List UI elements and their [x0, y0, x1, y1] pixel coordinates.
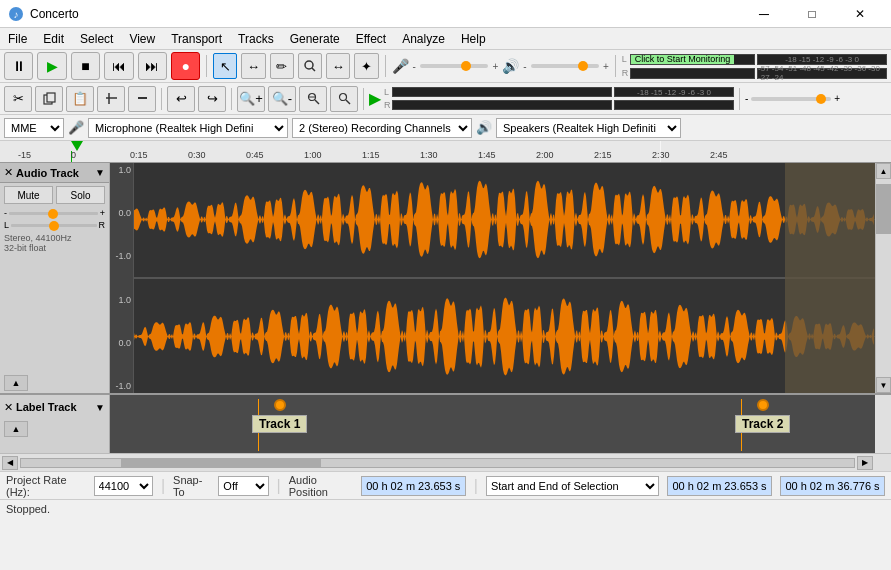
- footer-sep3: |: [474, 477, 478, 495]
- selection-start-input[interactable]: [667, 476, 772, 496]
- pause-button[interactable]: ⏸: [4, 52, 33, 80]
- minimize-button[interactable]: ─: [741, 4, 787, 24]
- zoom-fit-button[interactable]: [330, 86, 358, 112]
- cut-button[interactable]: ✂: [4, 86, 32, 112]
- svg-line-10: [315, 100, 319, 104]
- timeline-ruler[interactable]: -15 0 0:15 0:30 0:45 1:00 1:15 1:30 1:45…: [0, 141, 891, 163]
- label-track-close[interactable]: ✕: [4, 401, 13, 414]
- titlebar: ♪ Concerto ─ □ ✕: [0, 0, 891, 28]
- horizontal-scrollbar: ◀ ▶: [0, 453, 891, 471]
- close-button[interactable]: ✕: [837, 4, 883, 24]
- menu-effect[interactable]: Effect: [348, 30, 394, 48]
- separator2: [385, 55, 386, 77]
- separator3: [615, 55, 616, 77]
- maximize-button[interactable]: □: [789, 4, 835, 24]
- draw-tool-button[interactable]: ✏: [270, 53, 294, 79]
- trim-button[interactable]: [97, 86, 125, 112]
- solo-button[interactable]: Solo: [56, 186, 105, 204]
- mute-solo-controls: Mute Solo: [0, 183, 109, 207]
- selection-end-input[interactable]: [780, 476, 885, 496]
- menu-edit[interactable]: Edit: [35, 30, 72, 48]
- label-waveform-area[interactable]: Track 1 Track 2: [110, 395, 875, 453]
- undo-button[interactable]: ↩: [167, 86, 195, 112]
- label-text-1: Track 1: [252, 415, 307, 433]
- zoom-sel-button[interactable]: [299, 86, 327, 112]
- snap-to-label: Snap-To: [173, 474, 210, 498]
- ruler-mark-115: 1:15: [362, 150, 380, 160]
- menu-transport[interactable]: Transport: [163, 30, 230, 48]
- audio-track-arrow[interactable]: ▼: [95, 167, 105, 178]
- audio-track-close[interactable]: ✕: [4, 166, 13, 179]
- stop-button[interactable]: ■: [71, 52, 100, 80]
- envelope-tool-button[interactable]: ↔: [241, 53, 265, 79]
- prev-button[interactable]: ⏮: [104, 52, 133, 80]
- vscroll-track[interactable]: [876, 179, 891, 377]
- ruler-mark-200: 2:00: [536, 150, 554, 160]
- vscroll-thumb[interactable]: [876, 184, 891, 234]
- pan-control: L R: [0, 219, 109, 231]
- menu-view[interactable]: View: [121, 30, 163, 48]
- label-track-panel: ✕ Label Track ▼ ▲: [0, 395, 110, 453]
- menu-help[interactable]: Help: [453, 30, 494, 48]
- click-to-monitor-button[interactable]: Click to Start Monitoring: [631, 54, 735, 65]
- waveform-canvas[interactable]: [134, 163, 875, 393]
- collapse-button[interactable]: ▲: [4, 375, 28, 391]
- select-tool-button[interactable]: ↖: [213, 53, 237, 79]
- status-bar: Stopped.: [0, 499, 891, 517]
- mic-icon2: 🎤: [68, 120, 84, 135]
- zoom-out-button[interactable]: 🔍-: [268, 86, 296, 112]
- project-rate-select[interactable]: 44100: [94, 476, 153, 496]
- multi-tool-button[interactable]: ✦: [354, 53, 378, 79]
- pan-slider[interactable]: [11, 224, 96, 227]
- ruler-mark-015: 0:15: [130, 150, 148, 160]
- menu-tracks[interactable]: Tracks: [230, 30, 282, 48]
- zoom-tool-button[interactable]: [298, 53, 322, 79]
- time-shift-tool-button[interactable]: ↔: [326, 53, 350, 79]
- speaker-select[interactable]: Speakers (Realtek High Definiti: [496, 118, 681, 138]
- hscroll-left-button[interactable]: ◀: [2, 456, 18, 470]
- menu-select[interactable]: Select: [72, 30, 121, 48]
- toolbar-row1: ⏸ ▶ ■ ⏮ ⏭ ● ↖ ↔ ✏ ↔ ✦ 🎤 - + 🔊 - + L Clic…: [0, 50, 891, 83]
- volume-slider[interactable]: [9, 212, 98, 215]
- scroll-down-button[interactable]: ▼: [876, 377, 891, 393]
- microphone-select[interactable]: Microphone (Realtek High Defini: [88, 118, 288, 138]
- menu-file[interactable]: File: [0, 30, 35, 48]
- play-button[interactable]: ▶: [37, 52, 66, 80]
- app-icon: ♪: [8, 6, 24, 22]
- copy-button[interactable]: [35, 86, 63, 112]
- label-tag-1[interactable]: Track 1: [252, 399, 307, 433]
- channels-select[interactable]: 2 (Stereo) Recording Channels: [292, 118, 472, 138]
- label-collapse-button[interactable]: ▲: [4, 421, 28, 437]
- hscroll-right-button[interactable]: ▶: [857, 456, 873, 470]
- cursor-line: [660, 141, 661, 162]
- scale-2-top: 1.0: [110, 295, 133, 305]
- label-track-arrow[interactable]: ▼: [95, 402, 105, 413]
- zoom-in-button[interactable]: 🔍+: [237, 86, 265, 112]
- scale-2-bot: -1.0: [110, 381, 133, 391]
- menu-analyze[interactable]: Analyze: [394, 30, 453, 48]
- hscroll-track[interactable]: [20, 458, 855, 468]
- hscroll-thumb[interactable]: [121, 459, 321, 467]
- menubar: File Edit Select View Transport Tracks G…: [0, 28, 891, 50]
- selection-mode-select[interactable]: Start and End of Selection: [486, 476, 659, 496]
- scroll-up-button[interactable]: ▲: [876, 163, 891, 179]
- vol-plus: +: [492, 61, 498, 72]
- input-volume-slider[interactable]: [420, 64, 488, 68]
- driver-select[interactable]: MME: [4, 118, 64, 138]
- mute-button[interactable]: Mute: [4, 186, 53, 204]
- silence-button[interactable]: [128, 86, 156, 112]
- next-button[interactable]: ⏭: [138, 52, 167, 80]
- playback-vol-minus: -: [745, 93, 748, 104]
- redo-button[interactable]: ↪: [198, 86, 226, 112]
- volume-knob[interactable]: [48, 209, 58, 219]
- output-volume-slider[interactable]: [531, 64, 599, 68]
- label-track-collapse-area: ▲: [4, 417, 105, 437]
- record-button[interactable]: ●: [171, 52, 200, 80]
- snap-to-select[interactable]: Off: [218, 476, 268, 496]
- playback-volume-slider[interactable]: [751, 97, 831, 101]
- paste-button[interactable]: 📋: [66, 86, 94, 112]
- menu-generate[interactable]: Generate: [282, 30, 348, 48]
- audio-position-input[interactable]: [361, 476, 466, 496]
- pan-knob[interactable]: [49, 221, 59, 231]
- label-tag-2[interactable]: Track 2: [735, 399, 790, 433]
